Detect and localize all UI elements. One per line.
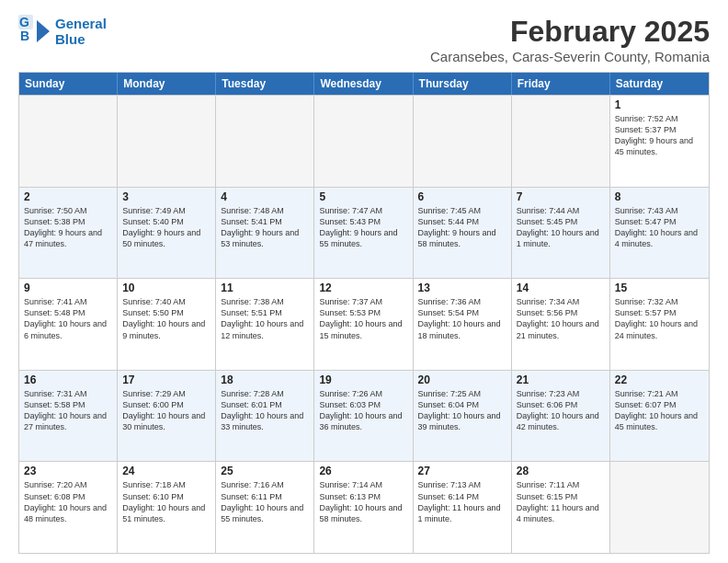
page: G B General Blue February 2025 Caransebe… xyxy=(0,0,728,563)
day-number: 28 xyxy=(517,465,605,477)
day-number: 7 xyxy=(517,190,605,203)
header-day-monday: Monday xyxy=(118,73,216,95)
day-info: Sunrise: 7:28 AM Sunset: 6:01 PM Dayligh… xyxy=(221,388,309,433)
header-day-wednesday: Wednesday xyxy=(314,73,413,95)
day-info: Sunrise: 7:40 AM Sunset: 5:50 PM Dayligh… xyxy=(122,296,210,341)
day-number: 11 xyxy=(221,282,309,294)
day-cell-27: 27Sunrise: 7:13 AM Sunset: 6:14 PM Dayli… xyxy=(414,462,512,553)
day-cell-3: 3Sunrise: 7:49 AM Sunset: 5:40 PM Daylig… xyxy=(118,188,216,279)
header-day-tuesday: Tuesday xyxy=(216,73,314,95)
logo-general: General xyxy=(55,16,107,31)
day-info: Sunrise: 7:36 AM Sunset: 5:54 PM Dayligh… xyxy=(418,296,506,341)
day-cell-12: 12Sunrise: 7:37 AM Sunset: 5:53 PM Dayli… xyxy=(314,279,413,370)
header-day-saturday: Saturday xyxy=(610,73,709,95)
logo-svg: G B xyxy=(18,15,51,48)
svg-text:G: G xyxy=(19,15,29,29)
day-cell-23: 23Sunrise: 7:20 AM Sunset: 6:08 PM Dayli… xyxy=(19,462,118,553)
day-cell-26: 26Sunrise: 7:14 AM Sunset: 6:13 PM Dayli… xyxy=(314,462,413,553)
day-info: Sunrise: 7:41 AM Sunset: 5:48 PM Dayligh… xyxy=(24,296,112,341)
day-info: Sunrise: 7:48 AM Sunset: 5:41 PM Dayligh… xyxy=(221,205,309,250)
header-day-sunday: Sunday xyxy=(19,73,118,95)
day-number: 10 xyxy=(122,282,210,294)
day-number: 24 xyxy=(122,465,210,477)
day-number: 27 xyxy=(418,465,506,477)
day-info: Sunrise: 7:23 AM Sunset: 6:06 PM Dayligh… xyxy=(517,388,605,433)
day-info: Sunrise: 7:11 AM Sunset: 6:15 PM Dayligh… xyxy=(517,479,605,524)
day-number: 4 xyxy=(221,190,309,203)
calendar-header: SundayMondayTuesdayWednesdayThursdayFrid… xyxy=(19,73,709,95)
day-number: 19 xyxy=(319,373,407,386)
header: G B General Blue February 2025 Caransebe… xyxy=(18,15,710,64)
empty-cell xyxy=(314,96,413,187)
day-number: 5 xyxy=(319,190,407,203)
empty-cell xyxy=(512,96,610,187)
day-info: Sunrise: 7:38 AM Sunset: 5:51 PM Dayligh… xyxy=(221,296,309,341)
day-cell-17: 17Sunrise: 7:29 AM Sunset: 6:00 PM Dayli… xyxy=(118,371,216,462)
day-info: Sunrise: 7:47 AM Sunset: 5:43 PM Dayligh… xyxy=(319,205,407,250)
calendar-row-3: 16Sunrise: 7:31 AM Sunset: 5:58 PM Dayli… xyxy=(19,370,709,462)
day-info: Sunrise: 7:44 AM Sunset: 5:45 PM Dayligh… xyxy=(517,205,605,250)
day-number: 13 xyxy=(418,282,506,294)
day-info: Sunrise: 7:14 AM Sunset: 6:13 PM Dayligh… xyxy=(319,479,407,524)
svg-marker-3 xyxy=(37,20,50,42)
day-info: Sunrise: 7:32 AM Sunset: 5:57 PM Dayligh… xyxy=(615,296,704,341)
day-info: Sunrise: 7:29 AM Sunset: 6:00 PM Dayligh… xyxy=(122,388,210,433)
day-cell-28: 28Sunrise: 7:11 AM Sunset: 6:15 PM Dayli… xyxy=(512,462,610,553)
day-number: 21 xyxy=(517,373,605,386)
day-number: 3 xyxy=(122,190,210,203)
day-number: 8 xyxy=(615,190,704,203)
day-number: 6 xyxy=(418,190,506,203)
day-cell-16: 16Sunrise: 7:31 AM Sunset: 5:58 PM Dayli… xyxy=(19,371,118,462)
day-info: Sunrise: 7:18 AM Sunset: 6:10 PM Dayligh… xyxy=(122,479,210,524)
empty-cell xyxy=(414,96,512,187)
calendar-row-1: 2Sunrise: 7:50 AM Sunset: 5:38 PM Daylig… xyxy=(19,187,709,279)
day-info: Sunrise: 7:25 AM Sunset: 6:04 PM Dayligh… xyxy=(418,388,506,433)
calendar-body: 1Sunrise: 7:52 AM Sunset: 5:37 PM Daylig… xyxy=(19,95,709,553)
title-section: February 2025 Caransebes, Caras-Severin … xyxy=(430,15,710,64)
day-cell-25: 25Sunrise: 7:16 AM Sunset: 6:11 PM Dayli… xyxy=(216,462,314,553)
day-number: 12 xyxy=(319,282,407,294)
logo-words: General Blue xyxy=(55,16,107,48)
day-info: Sunrise: 7:21 AM Sunset: 6:07 PM Dayligh… xyxy=(615,388,704,433)
day-cell-7: 7Sunrise: 7:44 AM Sunset: 5:45 PM Daylig… xyxy=(512,188,610,279)
day-number: 9 xyxy=(24,282,112,294)
empty-cell xyxy=(118,96,216,187)
day-number: 17 xyxy=(122,373,210,386)
day-cell-4: 4Sunrise: 7:48 AM Sunset: 5:41 PM Daylig… xyxy=(216,188,314,279)
logo-blue: Blue xyxy=(55,31,107,47)
svg-text:B: B xyxy=(20,29,29,43)
day-cell-11: 11Sunrise: 7:38 AM Sunset: 5:51 PM Dayli… xyxy=(216,279,314,370)
calendar-row-0: 1Sunrise: 7:52 AM Sunset: 5:37 PM Daylig… xyxy=(19,95,709,187)
day-cell-5: 5Sunrise: 7:47 AM Sunset: 5:43 PM Daylig… xyxy=(314,188,413,279)
day-info: Sunrise: 7:13 AM Sunset: 6:14 PM Dayligh… xyxy=(418,479,506,524)
day-number: 16 xyxy=(24,373,112,386)
header-day-friday: Friday xyxy=(512,73,610,95)
day-info: Sunrise: 7:52 AM Sunset: 5:37 PM Dayligh… xyxy=(615,113,704,158)
day-info: Sunrise: 7:26 AM Sunset: 6:03 PM Dayligh… xyxy=(319,388,407,433)
day-number: 23 xyxy=(24,465,112,477)
day-cell-19: 19Sunrise: 7:26 AM Sunset: 6:03 PM Dayli… xyxy=(314,371,413,462)
day-cell-13: 13Sunrise: 7:36 AM Sunset: 5:54 PM Dayli… xyxy=(414,279,512,370)
calendar-row-4: 23Sunrise: 7:20 AM Sunset: 6:08 PM Dayli… xyxy=(19,461,709,553)
day-number: 15 xyxy=(615,282,704,294)
day-info: Sunrise: 7:37 AM Sunset: 5:53 PM Dayligh… xyxy=(319,296,407,341)
day-cell-2: 2Sunrise: 7:50 AM Sunset: 5:38 PM Daylig… xyxy=(19,188,118,279)
day-info: Sunrise: 7:49 AM Sunset: 5:40 PM Dayligh… xyxy=(122,205,210,250)
empty-cell xyxy=(216,96,314,187)
day-cell-9: 9Sunrise: 7:41 AM Sunset: 5:48 PM Daylig… xyxy=(19,279,118,370)
empty-cell xyxy=(19,96,118,187)
day-number: 18 xyxy=(221,373,309,386)
subtitle: Caransebes, Caras-Severin County, Romani… xyxy=(430,49,710,64)
logo: G B General Blue xyxy=(18,15,107,48)
day-number: 20 xyxy=(418,373,506,386)
day-info: Sunrise: 7:45 AM Sunset: 5:44 PM Dayligh… xyxy=(418,205,506,250)
day-number: 22 xyxy=(615,373,704,386)
main-title: February 2025 xyxy=(430,15,710,49)
day-info: Sunrise: 7:20 AM Sunset: 6:08 PM Dayligh… xyxy=(24,479,112,524)
day-cell-20: 20Sunrise: 7:25 AM Sunset: 6:04 PM Dayli… xyxy=(414,371,512,462)
empty-cell xyxy=(610,462,709,553)
day-cell-21: 21Sunrise: 7:23 AM Sunset: 6:06 PM Dayli… xyxy=(512,371,610,462)
day-info: Sunrise: 7:50 AM Sunset: 5:38 PM Dayligh… xyxy=(24,205,112,250)
day-cell-15: 15Sunrise: 7:32 AM Sunset: 5:57 PM Dayli… xyxy=(610,279,709,370)
day-cell-18: 18Sunrise: 7:28 AM Sunset: 6:01 PM Dayli… xyxy=(216,371,314,462)
